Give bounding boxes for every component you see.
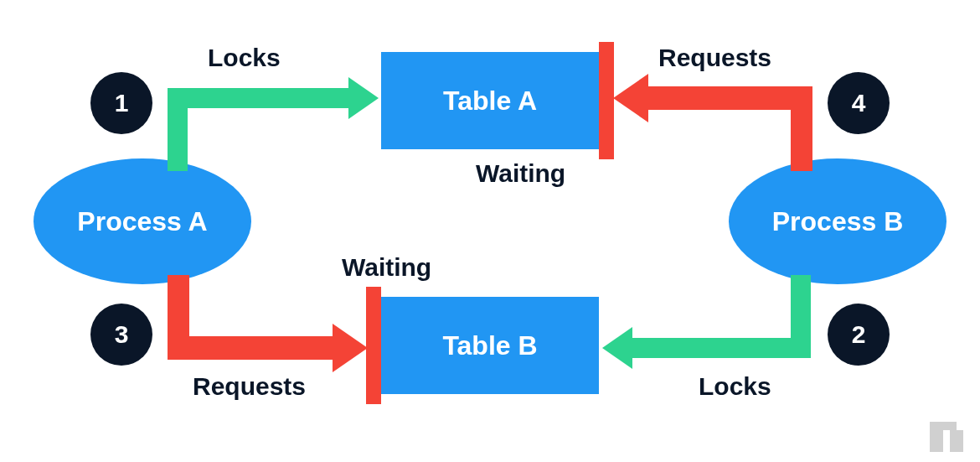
arrow-locks-a-head	[348, 77, 379, 119]
step-3-number: 3	[115, 320, 129, 349]
label-waiting-top: Waiting	[476, 159, 565, 188]
process-b-label: Process B	[772, 206, 904, 237]
step-2-number: 2	[852, 320, 866, 349]
step-1: 1	[90, 72, 152, 134]
process-a: Process A	[34, 158, 251, 284]
process-a-label: Process A	[77, 206, 207, 237]
label-locks-top: Locks	[208, 44, 281, 72]
process-b: Process B	[729, 158, 946, 284]
arrow-locks-a-shaft-h	[168, 88, 348, 108]
watermark-icon	[930, 422, 963, 452]
diagram-stage: Process A Process B Table A Table B 1 2 …	[0, 0, 980, 462]
arrow-req-b-shaft-h	[648, 86, 812, 110]
table-a: Table A	[381, 52, 599, 149]
step-4-number: 4	[852, 89, 866, 117]
arrow-locks-b-head	[602, 327, 632, 369]
label-waiting-bottom: Waiting	[342, 253, 431, 282]
table-b-label: Table B	[442, 330, 537, 361]
arrow-req-a-shaft-h	[168, 336, 333, 360]
step-4: 4	[828, 72, 890, 134]
arrow-req-b-head	[613, 74, 648, 122]
step-2: 2	[828, 304, 890, 366]
arrow-locks-b-shaft-h	[632, 338, 811, 358]
label-requests-bottom: Requests	[193, 372, 306, 401]
step-3: 3	[90, 304, 152, 366]
arrow-req-a-head	[333, 324, 368, 372]
step-1-number: 1	[115, 89, 129, 117]
table-a-label: Table A	[443, 86, 537, 117]
label-locks-bottom: Locks	[699, 372, 771, 401]
waiting-bar-table-a	[599, 42, 614, 159]
table-b: Table B	[381, 297, 599, 394]
label-requests-top: Requests	[658, 44, 771, 72]
waiting-bar-table-b	[366, 287, 381, 404]
